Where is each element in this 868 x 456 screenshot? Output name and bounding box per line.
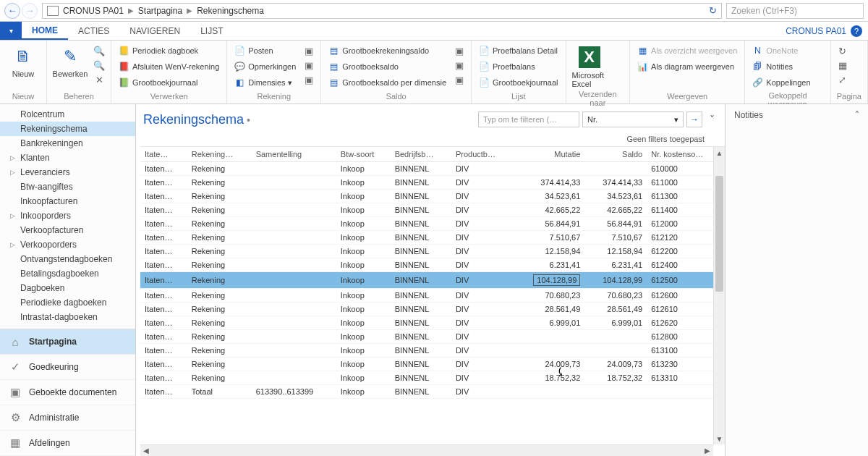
- table-cell[interactable]: BINNENL: [391, 190, 451, 203]
- table-cell[interactable]: 18.752,32: [514, 371, 585, 385]
- horizontal-scrollbar[interactable]: ◀▶: [140, 444, 713, 456]
- ribbon-button[interactable]: ✎Bewerken: [53, 43, 88, 90]
- table-cell[interactable]: BINNENL: [391, 245, 451, 258]
- scroll-up-icon[interactable]: ▲: [714, 147, 725, 159]
- table-cell[interactable]: 56.844,91: [584, 217, 647, 231]
- sidebar-item[interactable]: ▷Verkooporders: [0, 237, 135, 252]
- table-cell[interactable]: Rekening: [187, 330, 252, 344]
- sidebar-section[interactable]: ✓Goedkeuring: [0, 355, 135, 380]
- column-header[interactable]: Productb…: [451, 147, 514, 162]
- table-cell[interactable]: Inkoop: [336, 162, 391, 176]
- ribbon-button[interactable]: NOneNote: [751, 43, 812, 58]
- table-cell[interactable]: DIV: [451, 316, 514, 330]
- table-cell[interactable]: BINNENL: [391, 316, 451, 330]
- table-cell[interactable]: BINNENL: [391, 217, 451, 231]
- ribbon-small-icon[interactable]: ▣: [303, 74, 315, 85]
- table-cell[interactable]: DIV: [451, 162, 514, 176]
- table-row[interactable]: Itaten…RekeningInkoopBINNENLDIV7.510,677…: [140, 231, 725, 245]
- table-cell[interactable]: Inkoop: [336, 385, 391, 399]
- table-row[interactable]: Itaten…RekeningInkoopBINNENLDIV70.680,23…: [140, 289, 725, 303]
- table-cell[interactable]: [252, 358, 336, 371]
- table-cell[interactable]: DIV: [451, 289, 514, 303]
- column-header[interactable]: Rekening…: [187, 147, 252, 162]
- table-cell[interactable]: 12.158,94: [584, 245, 647, 258]
- table-cell[interactable]: Itaten…: [140, 358, 187, 371]
- address-bar[interactable]: CRONUS PA01 ▶ Startpagina ▶ Rekeningsche…: [42, 3, 722, 19]
- table-cell[interactable]: Inkoop: [336, 245, 391, 258]
- sidebar-item[interactable]: Periodieke dagboeken: [0, 295, 135, 310]
- table-cell[interactable]: [252, 245, 336, 258]
- table-cell[interactable]: BINNENL: [391, 358, 451, 371]
- app-menu-button[interactable]: ▾: [0, 22, 22, 40]
- ribbon-small-icon[interactable]: ▣: [454, 59, 465, 71]
- table-cell[interactable]: BINNENL: [391, 258, 451, 272]
- table-cell[interactable]: DIV: [451, 203, 514, 217]
- ribbon-button[interactable]: ◧Dimensies ▾: [233, 75, 297, 90]
- table-row[interactable]: Itaten…RekeningInkoopBINNENLDIV612800: [140, 330, 725, 344]
- table-cell[interactable]: [514, 344, 585, 358]
- table-cell[interactable]: DIV: [451, 272, 514, 289]
- sidebar-item[interactable]: Verkoopfacturen: [0, 223, 135, 237]
- table-cell[interactable]: Itaten…: [140, 245, 187, 258]
- table-cell[interactable]: 24.009,73: [514, 358, 585, 371]
- table-cell[interactable]: [252, 344, 336, 358]
- table-cell[interactable]: 7.510,67: [514, 231, 585, 245]
- table-cell[interactable]: Rekening: [187, 190, 252, 203]
- table-cell[interactable]: DIV: [451, 217, 514, 231]
- sidebar-item[interactable]: ▷Klanten: [0, 151, 135, 165]
- table-cell[interactable]: Rekening: [187, 231, 252, 245]
- ribbon-button[interactable]: ▤Grootboekrekeningsaldo: [327, 43, 448, 58]
- breadcrumb-item[interactable]: Rekeningschema: [197, 6, 264, 16]
- ribbon-button[interactable]: 📊Als diagram weergeven: [636, 59, 739, 74]
- table-cell[interactable]: [252, 217, 336, 231]
- table-cell[interactable]: 12.158,94: [514, 245, 585, 258]
- sidebar-item[interactable]: Betalingsdagboeken: [0, 266, 135, 281]
- ribbon-small-icon[interactable]: ⤢: [837, 74, 848, 85]
- table-cell[interactable]: BINNENL: [391, 385, 451, 399]
- sidebar-section[interactable]: ⚙Administratie: [0, 405, 135, 431]
- table-cell[interactable]: 24.009,73: [584, 358, 647, 371]
- table-cell[interactable]: [584, 385, 647, 399]
- table-cell[interactable]: 70.680,23: [514, 289, 585, 303]
- table-cell[interactable]: 34.523,61: [514, 190, 585, 203]
- sidebar-item[interactable]: Rekeningschema: [0, 122, 135, 136]
- expand-filter-button[interactable]: ˅: [705, 114, 719, 125]
- table-row[interactable]: Itaten…RekeningInkoopBINNENLDIV374.414,3…: [140, 176, 725, 190]
- table-cell[interactable]: Inkoop: [336, 190, 391, 203]
- column-header[interactable]: Itate…: [140, 147, 187, 162]
- table-cell[interactable]: 6.231,41: [584, 258, 647, 272]
- ribbon-button[interactable]: 📄Proefbalans: [477, 59, 560, 74]
- search-input[interactable]: Zoeken (Ctrl+F3): [726, 3, 864, 19]
- help-button[interactable]: ?: [851, 25, 862, 37]
- table-cell[interactable]: Rekening: [187, 217, 252, 231]
- table-cell[interactable]: [514, 330, 585, 344]
- ribbon-button[interactable]: 🔗Koppelingen: [751, 75, 812, 90]
- column-header[interactable]: Mutatie: [514, 147, 585, 162]
- table-row[interactable]: Itaten…RekeningInkoopBINNENLDIV24.009,73…: [140, 358, 725, 371]
- table-cell[interactable]: Rekening: [187, 289, 252, 303]
- ribbon-button[interactable]: ▤Grootboeksaldo per dimensie: [327, 75, 448, 90]
- table-cell[interactable]: Inkoop: [336, 316, 391, 330]
- table-cell[interactable]: Itaten…: [140, 217, 187, 231]
- table-cell[interactable]: Itaten…: [140, 316, 187, 330]
- filter-value-input[interactable]: Typ om te filteren (…: [478, 111, 579, 127]
- refresh-icon[interactable]: ↻: [709, 5, 717, 16]
- scroll-thumb[interactable]: [715, 176, 723, 292]
- table-cell[interactable]: DIV: [451, 190, 514, 203]
- table-cell[interactable]: [252, 258, 336, 272]
- nav-forward-button[interactable]: →: [22, 3, 38, 19]
- table-cell[interactable]: 42.665,22: [584, 203, 647, 217]
- table-cell[interactable]: [252, 289, 336, 303]
- table-cell[interactable]: BINNENL: [391, 344, 451, 358]
- table-cell[interactable]: BINNENL: [391, 162, 451, 176]
- table-cell[interactable]: Inkoop: [336, 344, 391, 358]
- table-cell[interactable]: Itaten…: [140, 162, 187, 176]
- table-cell[interactable]: Inkoop: [336, 371, 391, 385]
- column-header[interactable]: Samentelling: [252, 147, 336, 162]
- table-cell[interactable]: 6.231,41: [514, 258, 585, 272]
- table-cell[interactable]: BINNENL: [391, 330, 451, 344]
- filter-apply-button[interactable]: →: [686, 111, 702, 127]
- sidebar-item[interactable]: Inkoopfacturen: [0, 194, 135, 208]
- table-cell[interactable]: DIV: [451, 303, 514, 316]
- table-cell[interactable]: [252, 203, 336, 217]
